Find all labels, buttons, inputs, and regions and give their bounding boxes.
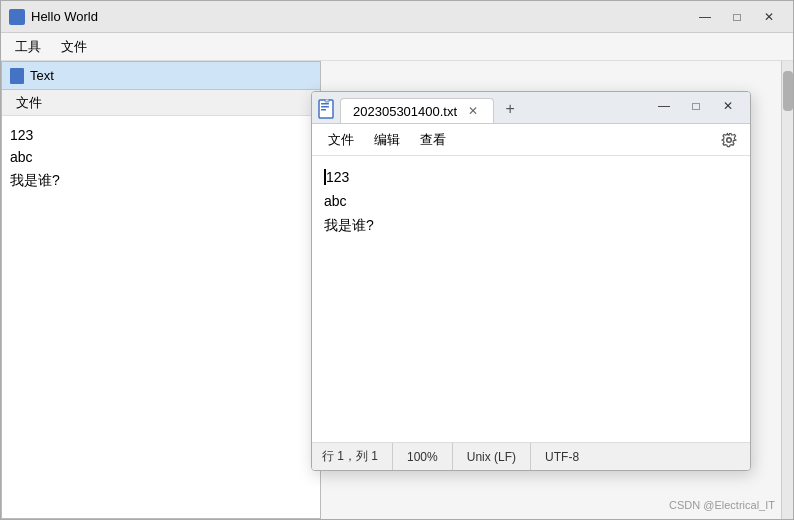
outer-window: Hello World — □ ✕ 工具 文件 Text 文件 123 abc … — [0, 0, 794, 520]
notepad-status-bar: 行 1，列 1 100% Unix (LF) UTF-8 — [312, 442, 750, 470]
text-window: Text 文件 123 abc 我是谁? — [1, 61, 321, 519]
text-window-content: 123 abc 我是谁? — [2, 116, 320, 518]
menu-tools[interactable]: 工具 — [5, 34, 51, 60]
notepad-menu-bar: 文件 编辑 查看 — [312, 124, 750, 156]
outer-menu-bar: 工具 文件 — [1, 33, 793, 61]
text-line-1: 123 — [10, 124, 312, 146]
text-window-title-label: Text — [30, 68, 54, 83]
notepad-maximize-button[interactable]: □ — [680, 93, 712, 119]
svg-rect-1 — [321, 103, 329, 105]
notepad-settings-button[interactable] — [714, 126, 744, 154]
outer-minimize-button[interactable]: — — [689, 2, 721, 32]
menu-file[interactable]: 文件 — [51, 34, 97, 60]
notepad-content[interactable]: 123 abc 我是谁? — [312, 156, 750, 442]
svg-rect-2 — [321, 106, 329, 108]
notepad-line-2: abc — [324, 190, 738, 214]
status-zoom: 100% — [393, 443, 453, 470]
tab-add-button[interactable]: + — [496, 97, 524, 121]
text-line-2: abc — [10, 146, 312, 168]
status-encoding: UTF-8 — [531, 443, 593, 470]
main-area: Text 文件 123 abc 我是谁? — [1, 61, 793, 519]
outer-title-bar: Hello World — □ ✕ — [1, 1, 793, 33]
notepad-window: 202305301400.txt ✕ + — □ ✕ 文件 编辑 查看 — [311, 91, 751, 471]
svg-rect-4 — [325, 99, 329, 102]
notepad-close-button[interactable]: ✕ — [712, 93, 744, 119]
outer-window-title: Hello World — [31, 9, 689, 24]
svg-rect-3 — [321, 109, 326, 111]
notepad-line-3: 我是谁? — [324, 214, 738, 238]
outer-close-button[interactable]: ✕ — [753, 2, 785, 32]
app-icon — [9, 9, 25, 25]
text-window-icon — [10, 68, 24, 84]
svg-rect-0 — [319, 100, 333, 118]
gear-icon — [721, 132, 737, 148]
watermark: CSDN @Electrical_IT — [669, 499, 775, 511]
status-position: 行 1，列 1 — [322, 443, 393, 470]
text-menu-file[interactable]: 文件 — [6, 90, 52, 116]
outer-win-controls: — □ ✕ — [689, 2, 785, 32]
notepad-menu-edit[interactable]: 编辑 — [364, 127, 410, 153]
notepad-menu-view[interactable]: 查看 — [410, 127, 456, 153]
notepad-line-1: 123 — [324, 166, 738, 190]
tab-close-button[interactable]: ✕ — [465, 103, 481, 119]
notepad-icon — [318, 99, 336, 119]
text-window-title-bar: Text — [2, 62, 320, 90]
text-line-3: 我是谁? — [10, 169, 312, 191]
notepad-tab[interactable]: 202305301400.txt ✕ — [340, 98, 494, 123]
text-window-menu: 文件 — [2, 90, 320, 116]
notepad-menu-file[interactable]: 文件 — [318, 127, 364, 153]
outer-maximize-button[interactable]: □ — [721, 2, 753, 32]
notepad-minimize-button[interactable]: — — [648, 93, 680, 119]
scrollbar-track[interactable] — [781, 61, 793, 519]
tab-filename: 202305301400.txt — [353, 104, 457, 119]
scrollbar-thumb[interactable] — [783, 71, 793, 111]
notepad-tab-bar: 202305301400.txt ✕ + — □ ✕ — [312, 92, 750, 124]
status-line-ending: Unix (LF) — [453, 443, 531, 470]
